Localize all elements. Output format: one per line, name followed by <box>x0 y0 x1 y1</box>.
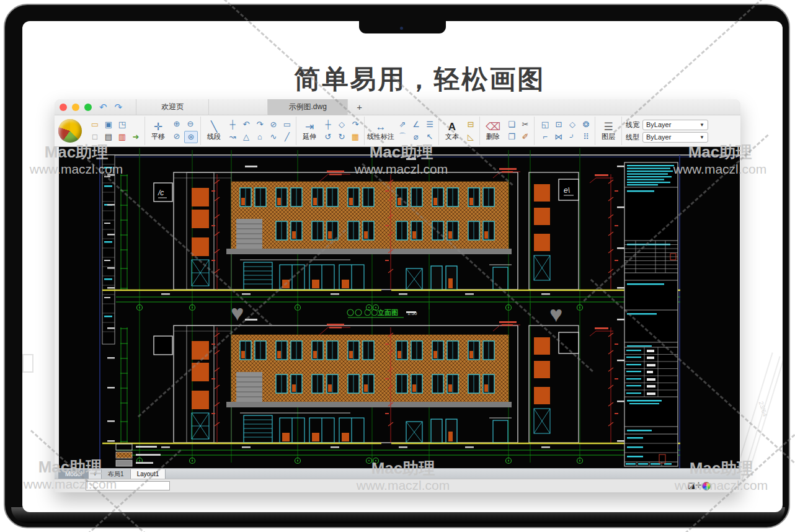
chevron-down-icon: ▼ <box>700 122 704 128</box>
pan-tool[interactable]: ✛ 平移 <box>148 121 169 141</box>
transform-tool-icon[interactable]: ◇ <box>566 119 579 130</box>
transform-tool-icon[interactable]: ⌏ <box>566 131 579 143</box>
toolbar-group-text: A 文本 ⊟◺ <box>439 117 480 145</box>
draw-tool-icon[interactable]: ▭ <box>281 119 293 130</box>
zoom-tool-icon[interactable]: ⊖ <box>184 118 197 130</box>
dim-tool-icon[interactable]: ⌒ <box>396 131 409 143</box>
text-label: 文本 <box>445 133 459 141</box>
toolbar-icon[interactable]: ▥ <box>116 131 128 143</box>
toolbar-group-properties: 线宽 ByLayer ▼ 线型 ByLayer ▼ <box>626 120 708 143</box>
zoom-tool-icon[interactable]: ⊘ <box>171 131 183 142</box>
transform-tool-icon[interactable]: ⊡ <box>553 119 565 130</box>
dim-tool-icon[interactable]: ☰ <box>424 119 436 130</box>
dim-tool-icon[interactable]: ∠ <box>410 119 422 130</box>
zoom-tool-icon[interactable]: ⊕ <box>171 118 183 130</box>
new-tab-button[interactable]: + <box>357 102 362 112</box>
toolbar-group-dimension: ↔ 线性标注 ⇗∠☰ ⌒⌀↖ <box>365 117 439 145</box>
lineweight-select[interactable]: ByLayer ▼ <box>642 120 708 130</box>
command-input[interactable] <box>86 481 170 490</box>
modify-tool-icon[interactable]: ▦ <box>349 131 362 143</box>
modify-tool-icon[interactable]: ↻ <box>335 131 348 143</box>
text-icon: A <box>448 121 456 133</box>
pan-icon: ✛ <box>154 121 162 133</box>
toolbar-icon[interactable]: ▣ <box>102 119 115 130</box>
modify-tool-icon[interactable]: ↷ <box>349 119 362 130</box>
clipboard-tool-icon[interactable]: ❐ <box>505 131 518 143</box>
linetype-select[interactable]: ByLayer ▼ <box>642 132 708 143</box>
redo-icon[interactable]: ↷ <box>115 102 123 112</box>
extend-tool[interactable]: ⇥ 延伸 <box>299 121 320 141</box>
delete-label: 删除 <box>486 133 500 141</box>
toolbar-icon[interactable]: □ <box>89 131 101 143</box>
modify-tool-icon[interactable]: ◇ <box>335 119 348 130</box>
status-bar: ◪ ✛ <box>55 479 740 492</box>
minimize-button[interactable] <box>72 104 79 111</box>
camera-dot <box>400 27 403 30</box>
dim-tool-icon[interactable]: ⇗ <box>396 119 409 130</box>
drawing-canvas[interactable]: /c e\ 〇〇立面图 1:50 <box>59 147 740 468</box>
toolbar-group-delete: ⌫ 删除 ❏✂ ❐✐ <box>480 117 535 145</box>
extend-icon: ⇥ <box>305 121 314 133</box>
draw-tool-icon[interactable]: ∿ <box>267 131 280 143</box>
linear-dim-icon: ↔ <box>376 121 386 133</box>
tab-model[interactable]: Model <box>58 469 89 479</box>
pan-label: 平移 <box>151 133 165 141</box>
delete-tool[interactable]: ⌫ 删除 <box>482 121 504 141</box>
draw-tool-icon[interactable]: ╱ <box>281 131 293 143</box>
eraser-icon: ⌫ <box>486 121 500 133</box>
draw-tool-icon[interactable]: ┼ <box>226 119 239 130</box>
draw-tool-icon[interactable]: ⊘ <box>267 119 280 130</box>
extend-label: 延伸 <box>303 133 316 141</box>
add-layout-button[interactable]: + <box>89 469 102 479</box>
zoom-tool-icon[interactable]: ⊛ <box>184 131 198 143</box>
tab-welcome[interactable]: 欢迎页 <box>136 99 209 115</box>
tab-layout-cn[interactable]: 布局1 <box>102 469 131 479</box>
toolbar-icon[interactable]: ◳ <box>116 119 128 130</box>
draw-tool-icon[interactable]: ↶ <box>240 119 252 130</box>
toolbar-group-line: ╲ 线段 ┼↶↷⊘▭ ↝△⌂∿╱ <box>201 117 296 145</box>
dim-tool-icon[interactable]: ↖ <box>424 131 436 143</box>
clipboard-tool-icon[interactable]: ❏ <box>505 119 518 130</box>
lineweight-value: ByLayer <box>646 121 671 128</box>
app-logo-icon <box>58 119 82 143</box>
toolbar-icon[interactable]: ▭ <box>89 119 101 130</box>
paper-space-icon[interactable]: ◪ <box>688 481 695 490</box>
dim-style-icon[interactable]: ◺ <box>464 131 477 143</box>
transform-tool-icon[interactable]: ◱ <box>539 119 551 130</box>
cad-app-window: ↶ ↷ 欢迎页 示例图.dwg + ▭▣◳ □▤▥➜ ✛ 平移 <box>55 99 740 492</box>
layer-tool[interactable]: ☰ 图层 <box>598 121 619 141</box>
undo-icon[interactable]: ↶ <box>99 102 107 112</box>
linear-dim-label: 线性标注 <box>367 133 394 141</box>
close-button[interactable] <box>60 104 67 111</box>
dim-style-icon[interactable]: ⊟ <box>464 119 477 130</box>
maximize-button[interactable] <box>84 104 92 111</box>
clipboard-tool-icon[interactable]: ✐ <box>519 131 531 143</box>
toolbar-icon[interactable]: ▤ <box>102 131 115 143</box>
tab-layout1[interactable]: Layout1 <box>131 469 166 479</box>
transform-tool-icon[interactable]: ⌐ <box>539 131 551 143</box>
draw-tool-icon[interactable]: ↷ <box>254 119 266 130</box>
elevation-title: 〇〇立面图 <box>364 309 398 316</box>
text-tool[interactable]: A 文本 <box>442 121 463 141</box>
line-icon: ╲ <box>211 121 217 133</box>
line-tool[interactable]: ╲ 线段 <box>203 121 224 141</box>
modify-tool-icon[interactable]: ↺ <box>322 131 334 143</box>
linear-dim-tool[interactable]: ↔ 线性标注 <box>367 121 394 141</box>
lineweight-label: 线宽 <box>626 120 639 130</box>
cad-drawing: /c e\ 〇〇立面图 1:50 <box>59 147 740 468</box>
modify-tool-icon[interactable]: ┼ <box>322 119 334 130</box>
transform-tool-icon[interactable]: ⠿ <box>580 131 592 143</box>
draw-tool-icon[interactable]: ⌂ <box>254 131 266 143</box>
clipboard-tool-icon[interactable]: ✂ <box>519 119 531 130</box>
transform-tool-icon[interactable]: ⋈ <box>553 131 565 143</box>
layer-label: 图层 <box>602 133 615 141</box>
toolbar-icon[interactable]: ➜ <box>130 131 142 143</box>
color-wheel-icon[interactable] <box>702 482 711 490</box>
draw-tool-icon[interactable]: △ <box>240 131 252 143</box>
tab-drawing-active[interactable]: 示例图.dwg <box>267 99 348 115</box>
toolbar-group-pan: ✛ 平移 ⊕⊖ ⊘⊛ <box>145 117 201 145</box>
transform-tool-icon[interactable]: ❂ <box>580 119 592 130</box>
draw-tool-icon[interactable]: ↝ <box>226 131 239 143</box>
crosshair-icon[interactable]: ✛ <box>695 481 702 490</box>
dim-tool-icon[interactable]: ⌀ <box>410 131 422 143</box>
